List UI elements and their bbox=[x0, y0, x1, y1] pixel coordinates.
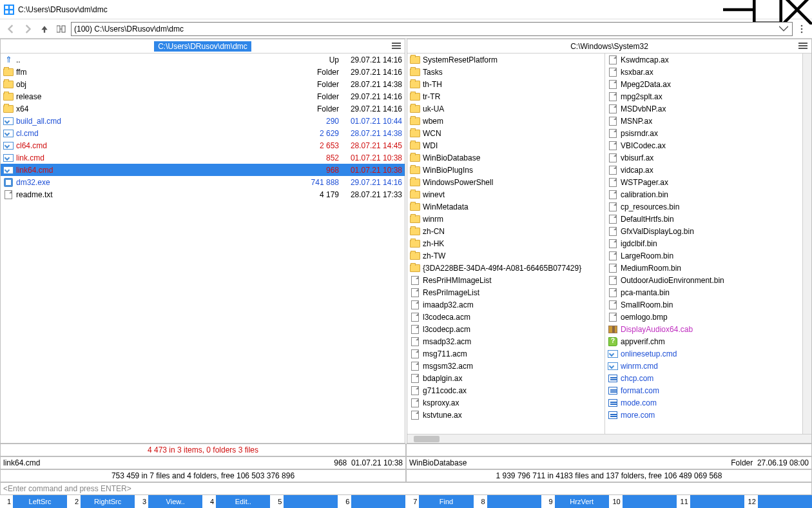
file-row[interactable]: appverif.chm bbox=[605, 335, 802, 347]
file-row[interactable]: winevt bbox=[407, 188, 604, 200]
fkey-1[interactable]: 1LeftSrc bbox=[0, 495, 67, 508]
address-bar[interactable]: (100) C:\Users\DRusov\dm\dmc bbox=[71, 22, 793, 36]
fkey-4[interactable]: 4Edit.. bbox=[202, 495, 270, 508]
fkey-11[interactable]: 11 bbox=[677, 495, 744, 508]
file-row[interactable]: OutdoorAudioEnvironment.bin bbox=[605, 274, 802, 286]
file-row[interactable]: ResPriHMImageList bbox=[407, 274, 604, 286]
file-row[interactable]: WinBioDatabase bbox=[407, 151, 604, 164]
nav-forward-button[interactable] bbox=[21, 22, 35, 36]
file-row[interactable]: oemlogo.bmp bbox=[605, 311, 802, 323]
file-row[interactable]: format.com bbox=[605, 384, 802, 396]
file-row[interactable]: ffmFolder29.07.21 14:16 bbox=[1, 66, 405, 78]
file-row[interactable]: bdaplgin.ax bbox=[407, 372, 604, 384]
right-panel-menu-icon[interactable] bbox=[798, 41, 807, 52]
file-row[interactable]: DefaultHrtfs.bin bbox=[605, 213, 802, 225]
file-row[interactable]: l3codeca.acm bbox=[407, 311, 604, 323]
fkey-6[interactable]: 6 bbox=[338, 495, 405, 508]
file-row[interactable]: kstvtune.ax bbox=[407, 409, 604, 421]
file-row[interactable]: vbisurf.ax bbox=[605, 151, 802, 164]
fkey-10[interactable]: 10 bbox=[609, 495, 677, 508]
address-dropdown-icon[interactable] bbox=[778, 24, 789, 34]
fkey-2[interactable]: 2RightSrc bbox=[67, 495, 135, 508]
file-row[interactable]: WindowsPowerShell bbox=[407, 176, 604, 188]
file-row[interactable]: MediumRoom.bin bbox=[605, 262, 802, 274]
file-row[interactable]: igdclbif.bin bbox=[605, 237, 802, 249]
file-row[interactable]: x64Folder29.07.21 14:16 bbox=[1, 103, 405, 115]
file-row[interactable]: l3codecp.acm bbox=[407, 323, 604, 335]
file-row[interactable]: {3DA228BE-34DA-49f4-A081-66465B077429} bbox=[407, 262, 604, 274]
command-input[interactable]: <Enter command and press ENTER> bbox=[0, 482, 812, 495]
file-row[interactable]: Mpeg2Data.ax bbox=[605, 78, 802, 90]
nav-swap-button[interactable] bbox=[54, 22, 68, 36]
file-row[interactable]: tr-TR bbox=[407, 90, 604, 103]
file-row[interactable]: ksproxy.ax bbox=[407, 396, 604, 409]
file-row[interactable]: WCN bbox=[407, 127, 604, 139]
file-row[interactable]: onlinesetup.cmd bbox=[605, 347, 802, 360]
file-row[interactable]: chcp.com bbox=[605, 372, 802, 384]
file-row[interactable]: WinMetadata bbox=[407, 200, 604, 213]
fkey-3[interactable]: 3View.. bbox=[135, 495, 202, 508]
file-row[interactable]: zh-TW bbox=[407, 249, 604, 262]
menu-button[interactable] bbox=[795, 24, 808, 34]
file-row[interactable]: winrm bbox=[407, 213, 604, 225]
file-row[interactable]: wbem bbox=[407, 115, 604, 127]
file-row[interactable]: WDI bbox=[407, 139, 604, 151]
nav-up-button[interactable] bbox=[37, 22, 52, 36]
file-row[interactable]: SystemResetPlatform bbox=[407, 54, 604, 66]
minimize-button[interactable] bbox=[723, 0, 753, 19]
vertical-scrollbar[interactable] bbox=[802, 54, 811, 434]
file-row[interactable]: more.com bbox=[605, 409, 802, 421]
file-row[interactable]: cl.cmd2 62928.07.21 14:38 bbox=[1, 127, 405, 139]
fkey-8[interactable]: 8 bbox=[474, 495, 541, 508]
file-row[interactable]: link64.cmd96801.07.21 10:38 bbox=[1, 164, 405, 176]
file-row[interactable]: zh-CN bbox=[407, 225, 604, 237]
file-row[interactable]: GfxValDisplayLog.bin bbox=[605, 225, 802, 237]
file-row[interactable]: readme.txt4 17928.07.21 17:33 bbox=[1, 188, 405, 200]
file-row[interactable]: ⇑..Up29.07.21 14:16 bbox=[1, 54, 405, 66]
file-row[interactable]: ResPriImageList bbox=[407, 286, 604, 298]
file-row[interactable]: uk-UA bbox=[407, 103, 604, 115]
file-row[interactable]: build_all.cmd29001.07.21 10:44 bbox=[1, 115, 405, 127]
file-row[interactable]: MSNP.ax bbox=[605, 115, 802, 127]
file-row[interactable]: mode.com bbox=[605, 396, 802, 409]
file-row[interactable]: VBICodec.ax bbox=[605, 139, 802, 151]
file-row[interactable]: ksxbar.ax bbox=[605, 66, 802, 78]
file-row[interactable]: link.cmd85201.07.21 10:38 bbox=[1, 151, 405, 164]
file-row[interactable]: dm32.exe741 88829.07.21 14:16 bbox=[1, 176, 405, 188]
right-file-list[interactable]: SystemResetPlatformTasksth-THtr-TRuk-UAw… bbox=[407, 54, 811, 434]
file-row[interactable]: msg711.acm bbox=[407, 347, 604, 360]
file-row[interactable]: psisrndr.ax bbox=[605, 127, 802, 139]
file-row[interactable]: Kswdmcap.ax bbox=[605, 54, 802, 66]
file-row[interactable]: cp_resources.bin bbox=[605, 200, 802, 213]
file-row[interactable]: pca-manta.bin bbox=[605, 286, 802, 298]
file-row[interactable]: g711codc.ax bbox=[407, 384, 604, 396]
fkey-7[interactable]: 7Find bbox=[405, 495, 473, 508]
fkey-5[interactable]: 5 bbox=[270, 495, 338, 508]
left-panel-header[interactable]: C:\Users\DRusov\dm\dmc bbox=[1, 39, 405, 54]
file-row[interactable]: vidcap.ax bbox=[605, 164, 802, 176]
file-row[interactable]: WSTPager.ax bbox=[605, 176, 802, 188]
file-row[interactable]: mpg2splt.ax bbox=[605, 90, 802, 103]
file-row[interactable]: th-TH bbox=[407, 78, 604, 90]
file-row[interactable]: zh-HK bbox=[407, 237, 604, 249]
left-file-list[interactable]: ⇑..Up29.07.21 14:16ffmFolder29.07.21 14:… bbox=[1, 54, 405, 443]
file-row[interactable]: objFolder28.07.21 14:38 bbox=[1, 78, 405, 90]
file-row[interactable]: imaadp32.acm bbox=[407, 298, 604, 311]
file-row[interactable]: calibration.bin bbox=[605, 188, 802, 200]
fkey-12[interactable]: 12 bbox=[744, 495, 812, 508]
file-row[interactable]: msadp32.acm bbox=[407, 335, 604, 347]
file-row[interactable]: WinBioPlugIns bbox=[407, 164, 604, 176]
horizontal-scrollbar[interactable] bbox=[407, 434, 811, 443]
file-row[interactable]: msgsm32.acm bbox=[407, 360, 604, 372]
file-row[interactable]: LargeRoom.bin bbox=[605, 249, 802, 262]
nav-back-button[interactable] bbox=[4, 22, 18, 36]
file-row[interactable]: winrm.cmd bbox=[605, 360, 802, 372]
file-row[interactable]: SmallRoom.bin bbox=[605, 298, 802, 311]
file-row[interactable]: releaseFolder29.07.21 14:16 bbox=[1, 90, 405, 103]
left-panel-menu-icon[interactable] bbox=[392, 41, 401, 52]
file-row[interactable]: DisplayAudiox64.cab bbox=[605, 323, 802, 335]
fkey-9[interactable]: 9HrzVert bbox=[541, 495, 609, 508]
file-row[interactable]: MSDvbNP.ax bbox=[605, 103, 802, 115]
right-panel-header[interactable]: C:\Windows\System32 bbox=[407, 39, 811, 54]
close-button[interactable] bbox=[782, 0, 812, 19]
